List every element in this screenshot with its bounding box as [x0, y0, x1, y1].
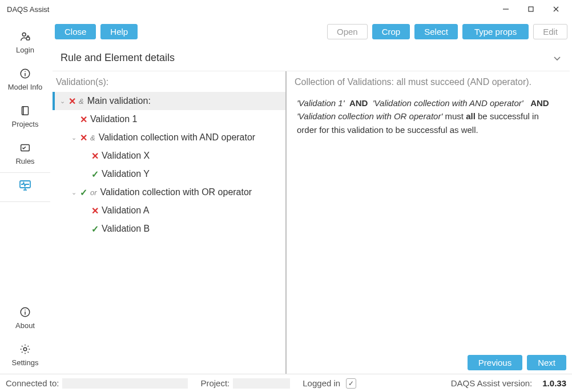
tree-row-label: Main validation: [87, 96, 151, 106]
chevron-down-icon [553, 54, 562, 63]
status-project-label: Project: [200, 378, 229, 388]
desc-and-3: AND [530, 98, 549, 108]
sidebar-item-label: Projects [12, 120, 39, 128]
status-loggedin-label: Logged in [303, 378, 340, 388]
tree-row-label: Validation X [102, 151, 150, 161]
cross-icon: ✕ [67, 96, 76, 107]
monitor-pulse-icon [18, 179, 32, 192]
status-version-label: DAQS Assist version: [451, 378, 533, 388]
select-button[interactable]: Select [414, 24, 458, 39]
sidebar-item-login[interactable]: Login [0, 24, 50, 61]
loggedin-checkbox: ✓ [346, 378, 356, 389]
section-title: Rule and Element details [61, 52, 553, 64]
close-button[interactable]: Close [55, 24, 96, 39]
status-project-value [233, 378, 290, 389]
svg-rect-5 [26, 37, 29, 40]
cross-icon: ✕ [90, 151, 99, 161]
svg-rect-1 [529, 7, 533, 11]
desc-v2: 'Validation collection with AND operator… [373, 98, 523, 108]
twisty-icon[interactable]: ⌄ [70, 134, 78, 142]
titlebar: DAQS Assist [0, 0, 572, 18]
book-icon [18, 104, 32, 118]
desc-v1: 'Validation 1' [297, 98, 345, 108]
section-header[interactable]: Rule and Element details [53, 45, 570, 71]
desc-v3: 'Validation collection with OR operator' [297, 111, 442, 121]
tree-row[interactable]: ⌄✕&Main validation: [53, 92, 285, 110]
twisty-icon[interactable]: ⌄ [70, 189, 78, 196]
twisty-icon[interactable]: ⌄ [58, 98, 66, 105]
maximize-button[interactable] [518, 1, 543, 17]
svg-point-8 [25, 71, 26, 72]
status-version-value: 1.0.33 [542, 378, 566, 388]
sidebar-item-label: Settings [12, 358, 39, 367]
check-icon: ✓ [90, 224, 99, 235]
tree-row[interactable]: ⌄✕&Validation collection with AND operat… [53, 128, 285, 147]
validation-detail-pane: Collection of Validations: all must succ… [287, 71, 570, 374]
user-lock-icon [18, 30, 32, 43]
check-icon: ✓ [90, 169, 99, 180]
desc-and-2 [526, 98, 528, 108]
tree-row-label: Validation collection with OR operator [100, 187, 252, 197]
tree-row[interactable]: ✓Validation B [53, 220, 285, 238]
statusbar: Connected to: Project: Logged in ✓ DAQS … [0, 374, 572, 392]
sidebar-item-settings[interactable]: Settings [0, 337, 50, 374]
sidebar-item-label: Rules [15, 157, 34, 165]
validation-description: 'Validation 1' AND 'Validation collectio… [295, 92, 562, 141]
sidebar-item-label: Login [16, 46, 34, 54]
info-icon [18, 67, 32, 80]
tree-row-label: Validation collection with AND operator [99, 132, 256, 143]
window-title: DAQS Assist [7, 5, 493, 14]
help-button[interactable]: Help [100, 24, 138, 39]
svg-point-17 [25, 310, 26, 311]
toolbar: Close Help Open Crop Select Type props E… [53, 18, 570, 45]
left-pane-title: Validation(s): [53, 75, 285, 92]
sidebar: Login Model Info Projects Rules [0, 18, 50, 374]
crop-button[interactable]: Crop [372, 24, 410, 39]
status-connected-label: Connected to: [6, 378, 59, 388]
svg-point-4 [22, 33, 26, 36]
tree-row[interactable]: ⌄✓orValidation collection with OR operat… [53, 183, 285, 201]
main-area: Close Help Open Crop Select Type props E… [50, 18, 572, 374]
close-window-button[interactable] [543, 1, 569, 17]
tree-row[interactable]: ✓Validation Y [53, 165, 285, 183]
previous-button[interactable]: Previous [468, 355, 522, 370]
edit-button[interactable]: Edit [533, 24, 567, 39]
tree-row-label: Validation A [102, 205, 149, 216]
desc-all: all [466, 111, 476, 121]
check-icon: ✓ [79, 187, 88, 198]
type-props-button[interactable]: Type props [462, 24, 529, 39]
sidebar-item-label: Model Info [8, 83, 43, 91]
checklist-icon [18, 141, 32, 155]
cross-icon: ✕ [90, 205, 99, 216]
tree-row[interactable]: ✕Validation 1 [53, 110, 285, 128]
tree-row[interactable]: ✕Validation X [53, 147, 285, 165]
cross-icon: ✕ [79, 132, 88, 143]
right-pane-title: Collection of Validations: all must succ… [295, 75, 562, 92]
minimize-button[interactable] [493, 1, 518, 17]
info-icon [18, 305, 32, 319]
operator-label: & [90, 134, 95, 142]
open-button[interactable]: Open [327, 24, 368, 39]
operator-label: & [79, 97, 84, 106]
desc-mid: must [445, 111, 466, 121]
desc-and-1: AND [349, 98, 368, 108]
sidebar-item-label: About [15, 321, 35, 330]
wizard-nav: Previous Next [468, 355, 566, 370]
sidebar-item-about[interactable]: About [0, 300, 50, 337]
next-button[interactable]: Next [527, 355, 566, 370]
validations-tree-pane: Validation(s): ⌄✕&Main validation:✕Valid… [53, 71, 287, 374]
sidebar-item-model-info[interactable]: Model Info [0, 61, 50, 98]
sidebar-item-rules[interactable]: Rules [0, 135, 50, 172]
tree-row-label: Validation 1 [90, 114, 137, 124]
validations-tree: ⌄✕&Main validation:✕Validation 1⌄✕&Valid… [53, 92, 285, 238]
sidebar-item-projects[interactable]: Projects [0, 98, 50, 135]
sidebar-item-monitor[interactable] [0, 172, 50, 202]
operator-label: or [90, 188, 97, 197]
tree-row-label: Validation Y [102, 169, 150, 179]
gear-icon [18, 342, 32, 356]
svg-point-18 [23, 347, 27, 351]
tree-row-label: Validation B [102, 224, 150, 234]
tree-row[interactable]: ✕Validation A [53, 201, 285, 220]
status-connected-value [62, 378, 188, 389]
cross-icon: ✕ [79, 114, 88, 125]
